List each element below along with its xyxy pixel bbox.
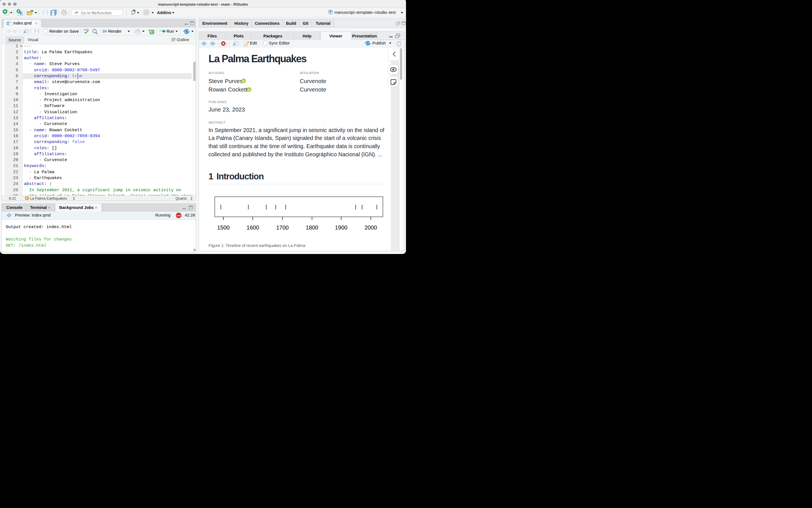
svg-text:1800: 1800	[306, 224, 318, 230]
svg-text:R: R	[330, 10, 332, 13]
svg-text:1700: 1700	[276, 224, 289, 230]
svg-text:STOP: STOP	[177, 215, 181, 217]
svg-text:2000: 2000	[365, 224, 377, 230]
svg-text:iD: iD	[243, 80, 245, 83]
svg-text:1600: 1600	[247, 224, 259, 230]
svg-text:C: C	[151, 31, 153, 34]
svg-text:1500: 1500	[217, 224, 230, 230]
svg-text:iD: iD	[248, 88, 250, 91]
svg-text:1900: 1900	[335, 224, 348, 230]
